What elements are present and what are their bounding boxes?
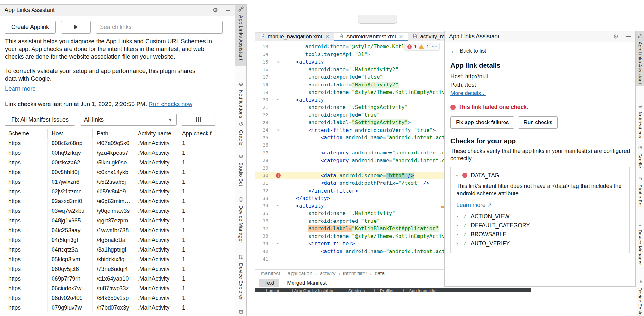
tool-stripe-item-app-links-assistant[interactable]: App Links Assistant bbox=[636, 34, 644, 84]
bottom-tool-logcat[interactable]: Logcat bbox=[261, 289, 279, 292]
tool-stripe-item-notifications[interactable]: Notifications bbox=[636, 104, 644, 138]
check-item-action_view[interactable]: ›✓ACTION_VIEW bbox=[455, 212, 624, 221]
bottom-tool-profiler[interactable]: Profiler bbox=[374, 289, 394, 292]
tool-stripe-item-device-explorer[interactable]: Device Explorer bbox=[636, 279, 644, 316]
fold-icon[interactable]: › bbox=[275, 204, 281, 207]
links-filter-dropdown[interactable]: All links ▼ bbox=[80, 114, 177, 126]
table-row[interactable]: https048jg1x665/qgrt37ezpm.MainActivity1 bbox=[5, 216, 235, 225]
more-details-link[interactable]: More details... bbox=[450, 90, 486, 97]
app-links-icon bbox=[238, 6, 244, 13]
gear-icon[interactable]: ⚙ bbox=[213, 7, 218, 13]
column-header-activity-name[interactable]: Activity name bbox=[134, 129, 178, 138]
create-applink-button[interactable]: Create Applink bbox=[5, 21, 56, 34]
check-learn-more-link[interactable]: Learn more↗ bbox=[457, 202, 492, 209]
code-text: <category android:name="android.intent.c… bbox=[284, 157, 454, 163]
editor-tab-mobile_navigation.xml[interactable]: mobile_navigation.xml✕ bbox=[255, 33, 334, 41]
tool-stripe-item-studio-bot[interactable]: Studio Bot bbox=[235, 153, 246, 186]
window-fragment bbox=[358, 15, 397, 24]
bottom-tab-merged-manifest[interactable]: Merged Manifest bbox=[282, 279, 332, 287]
column-header-app-check-f[interactable]: App check f… bbox=[178, 129, 235, 138]
breadcrumb-item-intent-filter[interactable]: intent-filter bbox=[343, 271, 367, 277]
table-row[interactable]: https00tskcza62/5lknugk9se.MainActivity1 bbox=[5, 158, 235, 167]
close-icon[interactable]: ✕ bbox=[325, 34, 329, 40]
fold-icon[interactable]: › bbox=[275, 129, 281, 132]
chevron-right-icon[interactable]: › bbox=[455, 232, 459, 237]
bottom-tool-app-quality-insights[interactable]: App Quality Insights bbox=[289, 289, 333, 292]
table-row[interactable]: https04rtcqtz3a/3a1hgptqgi.MainActivity1 bbox=[5, 245, 235, 254]
close-icon[interactable]: ✕ bbox=[399, 34, 403, 40]
editor-tab-activity_m[interactable]: activity_m bbox=[408, 33, 449, 41]
learn-more-link[interactable]: Learn more bbox=[5, 85, 36, 92]
column-filter-button[interactable] bbox=[181, 114, 216, 126]
table-row[interactable]: https017jwlxzn6/u5t2usab5j.MainActivity1 bbox=[5, 177, 235, 187]
tool-stripe-item[interactable] bbox=[235, 309, 246, 316]
table-row[interactable]: https02jv21zzmc/l059v8t4e9.MainActivity1 bbox=[5, 187, 235, 196]
run-checks-now-link[interactable]: Run checks now bbox=[149, 101, 192, 107]
table-row[interactable]: https06dv02o409/84k659v1sp.MainActivity1 bbox=[5, 293, 235, 303]
gutter bbox=[272, 142, 284, 149]
table-row[interactable]: https03axxd3mi0/e6g63mim….MainActivity1 bbox=[5, 196, 235, 206]
bottom-tool-services[interactable]: Services bbox=[343, 289, 365, 292]
table-row[interactable]: https008c6z68np/407e09q5x0.MainActivity1 bbox=[5, 138, 235, 148]
search-links-input[interactable] bbox=[96, 21, 223, 34]
breadcrumb-item-data[interactable]: data bbox=[375, 271, 385, 277]
editor-tab-androidmanifest.xml[interactable]: AndroidManifest.xml✕ bbox=[334, 33, 408, 41]
table-cell: https bbox=[5, 225, 48, 235]
breadcrumb-item-application[interactable]: application bbox=[288, 271, 312, 277]
check-name: DEFAULT_CATEGORY bbox=[471, 222, 530, 229]
table-row[interactable]: https060qv5jct6/73ne8udqj4.MainActivity1 bbox=[5, 264, 235, 274]
fold-icon[interactable]: › bbox=[275, 242, 281, 245]
table-row[interactable]: https05kfcp3jvm/khidckix8g.MainActivity1 bbox=[5, 254, 235, 264]
chevron-right-icon[interactable]: › bbox=[455, 222, 459, 228]
error-icon: ! bbox=[276, 173, 281, 178]
table-row[interactable]: https00v5hhld0j/o0xhs14ykb.MainActivity1 bbox=[5, 167, 235, 177]
fold-icon[interactable]: › bbox=[275, 98, 281, 101]
chevron-right-icon[interactable]: › bbox=[455, 213, 459, 219]
table-row[interactable]: https079g9luv7w/h7bd07ox3y.MainActivity1 bbox=[5, 303, 235, 312]
back-to-list-link[interactable]: ← Back to list bbox=[450, 47, 486, 54]
run-checks-button[interactable]: Run checks bbox=[518, 116, 558, 129]
tool-stripe-item-notifications[interactable]: Notifications bbox=[235, 81, 246, 118]
tool-stripe-item-studio-bot[interactable]: Studio Bot bbox=[636, 176, 644, 207]
tool-stripe-item-device-explorer[interactable]: Device Explorer bbox=[235, 254, 246, 300]
fold-icon[interactable]: › bbox=[275, 60, 281, 63]
table-cell: 1 bbox=[178, 177, 235, 187]
fix-all-manifest-issues-button[interactable]: Fix All Manifest Issues bbox=[5, 114, 75, 126]
table-row[interactable]: https04ic253aay/1wwnfbr738.MainActivity1 bbox=[5, 225, 235, 235]
table-cell: 1 bbox=[178, 138, 235, 148]
tool-stripe-item-app-links-assistant[interactable]: App Links Assistant bbox=[235, 6, 246, 60]
table-cell: https bbox=[5, 303, 48, 312]
tool-stripe-item-device-manager[interactable]: Device Manager bbox=[636, 222, 644, 265]
tool-stripe-item-device-manager[interactable]: Device Manager bbox=[235, 197, 246, 243]
minimize-icon[interactable] bbox=[226, 10, 230, 11]
check-item-auto_verify[interactable]: ›✓AUTO_VERIFY bbox=[455, 239, 624, 248]
table-row[interactable]: https03wq7w2kbu/y0qqimaw3s.MainActivity1 bbox=[5, 206, 235, 216]
table-row[interactable]: https069p7r79rh/c1x64yab10.MainActivity1 bbox=[5, 274, 235, 283]
gear-icon[interactable]: ⚙ bbox=[613, 34, 619, 40]
minimize-icon[interactable] bbox=[626, 36, 631, 37]
code-text: android:name=".MainActivity2" bbox=[284, 66, 399, 73]
bottom-tool-app-inspection[interactable]: App Inspection bbox=[403, 289, 437, 292]
gutter bbox=[272, 210, 284, 217]
chevron-right-icon[interactable]: › bbox=[455, 241, 459, 246]
inspections-widget[interactable]: ! 1 1 › › bbox=[404, 43, 440, 51]
breadcrumb-item-manifest[interactable]: manifest bbox=[261, 271, 280, 277]
run-checks-button[interactable] bbox=[61, 21, 91, 34]
check-item-default_category[interactable]: ›✓DEFAULT_CATEGORY bbox=[455, 221, 624, 230]
error-stripe-mark[interactable] bbox=[441, 206, 444, 208]
tool-stripe-item-gradle[interactable]: Gradle bbox=[636, 145, 644, 168]
table-row[interactable]: https06ciudok7w/tu87hwp33z.MainActivity1 bbox=[5, 283, 235, 293]
chevron-down-icon[interactable]: › bbox=[454, 173, 460, 177]
tool-stripe-item-gradle[interactable]: Gradle bbox=[235, 121, 246, 145]
next-issue-icon[interactable]: › bbox=[433, 46, 439, 47]
bottom-tab-text[interactable]: Text bbox=[259, 279, 279, 287]
column-header-scheme[interactable]: Scheme bbox=[5, 129, 48, 138]
table-row[interactable]: https04r5lqn3gf/4g5nalc1la.MainActivity1 bbox=[5, 235, 235, 245]
column-header-host[interactable]: Host bbox=[48, 129, 93, 138]
breadcrumb-item-activity[interactable]: activity bbox=[320, 271, 336, 277]
check-item-browsable[interactable]: ›✓BROWSABLE bbox=[455, 230, 624, 239]
fix-app-check-failures-button[interactable]: Fix app check failures bbox=[450, 116, 514, 129]
table-row[interactable]: https00hq9zrkqv/yzu4kpeas7.MainActivity1 bbox=[5, 148, 235, 158]
check-item-data_tag[interactable]: ›!DATA_TAG bbox=[455, 171, 624, 180]
column-header-path[interactable]: Path bbox=[93, 129, 134, 138]
